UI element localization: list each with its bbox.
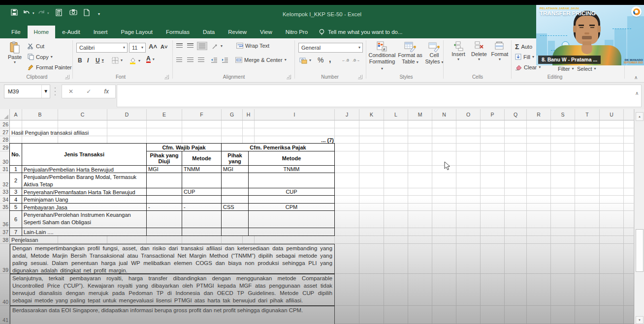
cell-i28[interactable]: ... (7) xyxy=(295,137,334,143)
row-header-28[interactable]: 28 xyxy=(0,136,10,144)
tab-view[interactable]: View xyxy=(254,26,279,38)
scroll-up-arrow[interactable]: ▲ xyxy=(636,112,644,121)
clipboard-dialog-launcher[interactable] xyxy=(65,75,69,79)
row-header-26[interactable]: 26 xyxy=(0,120,10,128)
tell-me-box[interactable]: Tell me what you want to do... xyxy=(315,26,403,38)
column-header-o[interactable]: O xyxy=(456,109,481,120)
table-cell-no[interactable]: 5 xyxy=(10,204,22,211)
cancel-icon[interactable]: ✕ xyxy=(68,88,73,95)
table-cell-jenis[interactable]: Lain-Lain .... xyxy=(22,228,147,236)
conditional-formatting-button[interactable]: ≠ Conditional Formatting ▾ xyxy=(368,41,396,71)
row-header-30[interactable]: 30 xyxy=(0,151,10,166)
accounting-format-button[interactable]: ▾ xyxy=(299,57,311,64)
column-header-partial[interactable] xyxy=(624,109,634,120)
decrease-indent-button[interactable] xyxy=(211,58,218,63)
tab-page-layout[interactable]: Page Layout xyxy=(114,26,159,38)
column-header-g[interactable]: G xyxy=(222,109,243,120)
table-cell-pihak-pp[interactable] xyxy=(222,196,249,204)
table-header-metode-pp[interactable]: Metode xyxy=(249,151,335,166)
table-cell-metode-wp[interactable]: TNMM xyxy=(182,166,222,173)
increase-decimal-button[interactable]: ←.0 xyxy=(342,57,350,63)
table-cell-jenis[interactable]: Penjualan/Pembelian Barang Modal, Termas… xyxy=(22,173,147,188)
merge-center-button[interactable]: Merge & Center ▾ xyxy=(235,57,287,63)
column-header-c[interactable]: C xyxy=(58,109,107,120)
table-cell-pihak-wp[interactable] xyxy=(147,211,182,228)
table-cell-metode-wp[interactable] xyxy=(182,228,222,236)
collapse-ribbon-button[interactable]: ∧ xyxy=(634,75,638,80)
alignment-dialog-launcher[interactable] xyxy=(287,75,291,79)
table-cell-no[interactable]: 3 xyxy=(10,188,22,196)
table-cell-pihak-pp[interactable]: CSS xyxy=(222,204,249,211)
row-header-41[interactable]: 41 xyxy=(0,306,10,324)
align-bottom-button[interactable] xyxy=(197,42,207,50)
table-cell-pihak-pp[interactable] xyxy=(222,188,249,196)
table-cell-jenis[interactable]: Pembayaran Jasa xyxy=(22,204,147,211)
table-cell-jenis[interactable]: Penjualan/Pembelian Harta Berwujud xyxy=(22,166,147,173)
row-header-34[interactable]: 34 xyxy=(0,196,10,204)
align-center-button[interactable] xyxy=(187,58,193,62)
paste-button[interactable]: Paste ▾ xyxy=(5,41,25,64)
table-cell-metode-wp[interactable] xyxy=(182,211,222,228)
table-cell-pihak-wp[interactable] xyxy=(147,228,182,236)
table-cell-metode-pp[interactable]: CUP xyxy=(249,188,335,196)
percent-style-button[interactable]: % xyxy=(318,56,323,64)
scroll-thumb[interactable] xyxy=(636,229,644,272)
table-header-pihak[interactable]: Pihak yang xyxy=(222,151,249,166)
vertical-scrollbar[interactable]: ▲▼ xyxy=(634,109,644,324)
fill-color-button[interactable]: ▾ xyxy=(129,57,140,64)
table-cell-metode-wp[interactable] xyxy=(182,196,222,204)
row-header-32[interactable]: 32 xyxy=(0,173,10,188)
row-header-27[interactable]: 27 xyxy=(0,128,10,136)
row-header-36[interactable]: 36 xyxy=(0,211,10,228)
table-cell-metode-pp[interactable] xyxy=(249,228,335,236)
column-header-i[interactable]: I xyxy=(255,109,335,120)
table-header-pp[interactable]: Cfm. Pemeriksa Pajak xyxy=(222,144,335,151)
column-header-k[interactable]: K xyxy=(359,109,384,120)
column-header-t[interactable]: T xyxy=(575,109,600,120)
table-cell-metode-pp[interactable]: TNMM xyxy=(249,166,335,173)
font-dialog-launcher[interactable] xyxy=(164,75,169,79)
explanation-paragraph-2[interactable]: Selanjutnya, terkait pembayaran royalti,… xyxy=(10,274,335,306)
row-header-29[interactable]: 29 xyxy=(0,144,10,151)
row-header-38[interactable]: 38 xyxy=(0,236,10,244)
table-cell-pihak-pp[interactable]: MGI xyxy=(222,166,249,173)
table-cell-pihak-wp[interactable] xyxy=(147,173,182,188)
column-header-l[interactable]: L xyxy=(384,109,408,120)
decrease-decimal-button[interactable]: .0→ xyxy=(353,57,361,63)
tab-home[interactable]: Home xyxy=(28,26,56,38)
explanation-paragraph-1[interactable]: Dengan mempertimbangkan profil fungsi, a… xyxy=(10,244,335,274)
sort-filter-button[interactable]: Filter ▾ xyxy=(558,66,574,72)
column-header-f[interactable]: F xyxy=(182,109,222,120)
column-header-a[interactable]: A xyxy=(10,109,22,120)
tab-review[interactable]: Review xyxy=(222,26,253,38)
font-color-button[interactable]: A ▾ xyxy=(146,56,155,63)
cut-button[interactable]: Cut xyxy=(28,43,44,49)
format-as-table-button[interactable]: Format as Table ▾ xyxy=(398,41,422,65)
font-size-combo[interactable]: 11▾ xyxy=(129,43,146,53)
number-format-combo[interactable]: General▾ xyxy=(298,43,363,53)
insert-cells-button[interactable]: Insert ▾ xyxy=(449,41,468,61)
table-cell-pihak-pp[interactable] xyxy=(222,228,249,236)
tab-nitro-pro[interactable]: Nitro Pro xyxy=(279,26,314,38)
namebox-splitter[interactable] xyxy=(54,87,56,96)
enter-icon[interactable]: ✓ xyxy=(86,88,91,95)
increase-indent-button[interactable] xyxy=(222,58,228,63)
column-header-e[interactable]: E xyxy=(147,109,182,120)
table-header-metode-wp[interactable]: Metode xyxy=(182,151,222,166)
column-header-j[interactable]: J xyxy=(335,109,359,120)
tab-insert[interactable]: Insert xyxy=(87,26,114,38)
table-cell-metode-wp[interactable]: CUP xyxy=(182,188,222,196)
orientation-button[interactable]: ▾ xyxy=(212,43,223,50)
table-cell-no[interactable]: 1 xyxy=(10,166,22,173)
column-header-m[interactable]: M xyxy=(408,109,432,120)
column-header-d[interactable]: D xyxy=(107,109,147,120)
table-cell-pihak-pp[interactable] xyxy=(222,173,249,188)
number-dialog-launcher[interactable] xyxy=(358,75,362,79)
table-cell-no[interactable]: 7 xyxy=(10,228,22,236)
table-header-pihak-diuji[interactable]: Pihak yang Diuji xyxy=(147,151,182,166)
cell-a38[interactable]: Penjelasan xyxy=(11,237,38,243)
comma-style-button[interactable]: , xyxy=(329,55,331,64)
tab-e-audit[interactable]: e-Audit xyxy=(56,26,86,38)
format-cells-button[interactable]: Format ▾ xyxy=(490,41,510,61)
format-painter-button[interactable]: Format Painter xyxy=(28,64,72,70)
